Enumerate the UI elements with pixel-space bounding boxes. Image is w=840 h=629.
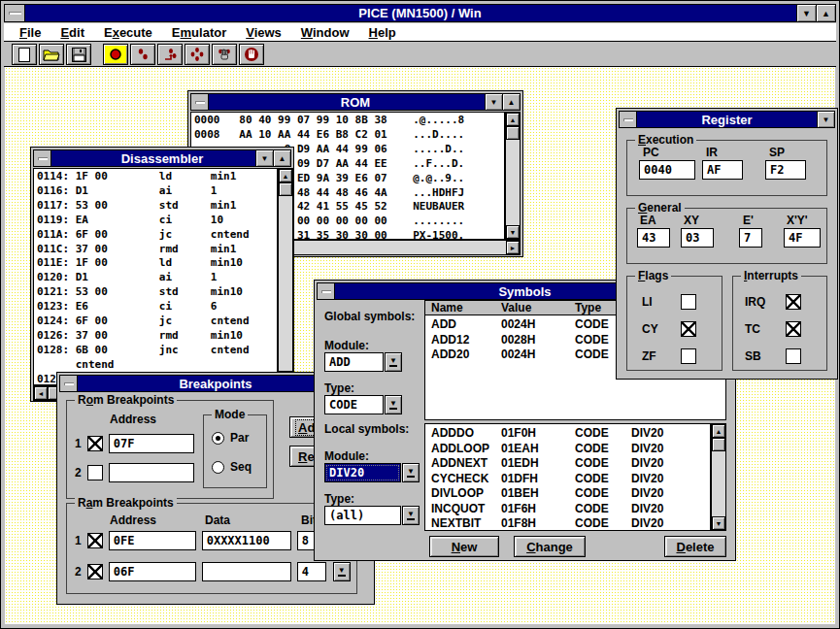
scroll-down-icon[interactable]: ▼ [712, 516, 725, 530]
system-menu-button[interactable] [5, 5, 25, 21]
scroll-thumb[interactable] [279, 182, 292, 196]
xy-prime-value-field[interactable]: 4F [784, 228, 821, 248]
disassembler-vscrollbar[interactable]: ▲ ▼ [278, 168, 293, 385]
flag-checkbox[interactable] [681, 321, 696, 337]
open-file-button[interactable] [39, 44, 64, 65]
local-symbol-row[interactable]: CYCHECK01DFHCODEDIV20 [431, 472, 710, 487]
ram-bp2-bit-dropdown-button[interactable]: ▼ [333, 562, 351, 581]
step-button[interactable] [130, 44, 155, 65]
rom-bp1-address-field[interactable]: 07F [109, 434, 194, 453]
new-button[interactable]: New [429, 536, 499, 557]
pause-steps-button[interactable] [212, 44, 237, 65]
register-system-menu-button[interactable] [620, 112, 637, 127]
local-symbols-vscrollbar[interactable]: ▲ ▼ [711, 423, 726, 531]
scroll-up-icon[interactable]: ▲ [712, 424, 725, 438]
disassembler-minimize-button[interactable]: ▼ [255, 150, 273, 166]
interrupt-checkbox[interactable] [786, 348, 801, 364]
ram-bp1-address-field[interactable]: 0FE [109, 531, 196, 550]
local-symbol-row[interactable]: ADDNEXT01EDHCODEDIV20 [431, 456, 710, 472]
rom-system-menu-button[interactable] [191, 94, 209, 110]
local-symbols-list[interactable]: ADDDO01F0HCODEDIV20 ADDLOOP01EAHCODEDIV2… [424, 423, 711, 531]
flag-checkbox[interactable] [681, 348, 696, 364]
disassembly-listing[interactable]: 0114: 1F 00 ld min10116: D1 ai 10117: 53… [33, 168, 278, 385]
flag-checkbox[interactable] [681, 294, 696, 310]
breakpoints-system-menu-button[interactable] [60, 376, 78, 391]
menu-item[interactable]: Views [236, 25, 291, 40]
local-type-combo[interactable]: (all) ▼ [324, 506, 420, 525]
disassembly-line: 0117: 53 00 std min1 [37, 199, 277, 214]
rom-maximize-button[interactable]: ▲ [502, 94, 520, 110]
scroll-thumb[interactable] [506, 126, 520, 140]
scroll-thumb[interactable] [712, 438, 725, 451]
local-symbol-row[interactable]: ADDDO01F0HCODEDIV20 [431, 426, 710, 442]
xy-value-field[interactable]: 03 [681, 228, 714, 248]
flag-label: CY [642, 322, 681, 336]
e-prime-value-field[interactable]: 7 [739, 228, 762, 248]
global-module-combo[interactable]: ADD ▼ [324, 352, 402, 372]
change-button[interactable]: Change [514, 536, 586, 557]
local-symbol-row[interactable]: NEXTBIT01F8HCODEDIV20 [431, 516, 710, 531]
global-type-dropdown-button[interactable]: ▼ [385, 395, 402, 414]
sp-value-field[interactable]: F2 [765, 160, 806, 180]
menu-item[interactable]: Emulator [162, 25, 236, 40]
global-module-dropdown-button[interactable]: ▼ [385, 352, 402, 372]
multi-step-button[interactable] [185, 44, 210, 65]
record-button[interactable] [103, 44, 128, 65]
scroll-up-icon[interactable]: ▲ [279, 169, 292, 182]
ir-value-field[interactable]: AF [702, 160, 743, 180]
scroll-left-icon[interactable]: ◄ [34, 386, 48, 400]
register-titlebar[interactable]: Register ▼ [619, 111, 835, 128]
rom-bp2-address-field[interactable] [109, 463, 194, 482]
global-module-value: ADD [324, 352, 384, 372]
menu-item[interactable]: Edit [50, 25, 94, 40]
menu-item[interactable]: Execute [94, 25, 162, 40]
mode-par-radio[interactable] [212, 432, 224, 445]
register-minimize-button[interactable]: ▼ [817, 112, 834, 127]
save-button[interactable] [66, 44, 91, 65]
mode-seq-radio[interactable] [212, 461, 224, 474]
disassembler-maximize-button[interactable]: ▲ [273, 150, 290, 166]
ram-bp1-enable-checkbox[interactable] [87, 533, 103, 548]
ram-bp2-address-field[interactable]: 06F [109, 562, 196, 581]
ram-bp2-data-field[interactable] [202, 562, 291, 581]
local-symbol-row[interactable]: INCQUOT01F6HCODEDIV20 [431, 502, 710, 517]
menu-item[interactable]: Help [359, 25, 406, 40]
global-type-combo[interactable]: CODE ▼ [324, 395, 402, 414]
rom-minimize-button[interactable]: ▼ [485, 94, 502, 110]
interrupt-checkbox[interactable] [786, 294, 801, 310]
local-module-combo[interactable]: DIV20 ▼ [324, 463, 420, 482]
scroll-down-icon[interactable]: ▼ [506, 225, 520, 239]
delete-button[interactable]: Delete [664, 536, 726, 557]
rom-vscrollbar[interactable]: ▲ ▼ [505, 112, 521, 240]
disassembler-titlebar[interactable]: Disassembler ▼ ▲ [33, 149, 291, 167]
main-titlebar[interactable]: PICE (MN1500) / Win ▼ ▲ [4, 4, 836, 22]
flag-label: LI [642, 295, 681, 309]
pc-value-field[interactable]: 0040 [639, 160, 695, 180]
disassembler-system-menu-button[interactable] [34, 150, 51, 166]
disassembly-line: 0119: EA ci 10 [37, 214, 277, 228]
interrupt-checkbox[interactable] [786, 321, 801, 337]
ram-bp1-data-field[interactable]: 0XXXX1100 [202, 531, 291, 550]
ram-bp2-enable-checkbox[interactable] [87, 564, 103, 579]
ram-bp2-bit-field[interactable]: 4 [297, 562, 326, 581]
mode-par-label: Par [230, 431, 249, 445]
ram-breakpoints-label: Ram Breakpoints [75, 496, 177, 510]
scroll-up-icon[interactable]: ▲ [506, 113, 520, 126]
maximize-button[interactable]: ▲ [816, 5, 835, 21]
stop-button[interactable] [239, 44, 264, 65]
menu-item[interactable]: Window [291, 25, 359, 40]
rom-bp1-enable-checkbox[interactable] [87, 436, 103, 451]
symbols-system-menu-button[interactable] [318, 283, 335, 299]
new-document-button[interactable] [12, 44, 37, 65]
local-symbol-row[interactable]: ADDLOOP01EAHCODEDIV20 [431, 442, 710, 457]
local-module-dropdown-button[interactable]: ▼ [402, 463, 420, 482]
scroll-right-icon[interactable]: ► [506, 241, 520, 254]
minimize-button[interactable]: ▼ [796, 5, 816, 21]
ea-value-field[interactable]: 43 [637, 228, 670, 248]
local-symbol-row[interactable]: DIVLOOP01BEHCODEDIV20 [431, 486, 710, 502]
rom-bp2-enable-checkbox[interactable] [87, 465, 103, 480]
step-into-button[interactable] [157, 44, 183, 65]
rom-titlebar[interactable]: ROM ▼ ▲ [190, 93, 521, 111]
menu-item[interactable]: File [10, 25, 50, 40]
local-type-dropdown-button[interactable]: ▼ [402, 506, 420, 525]
